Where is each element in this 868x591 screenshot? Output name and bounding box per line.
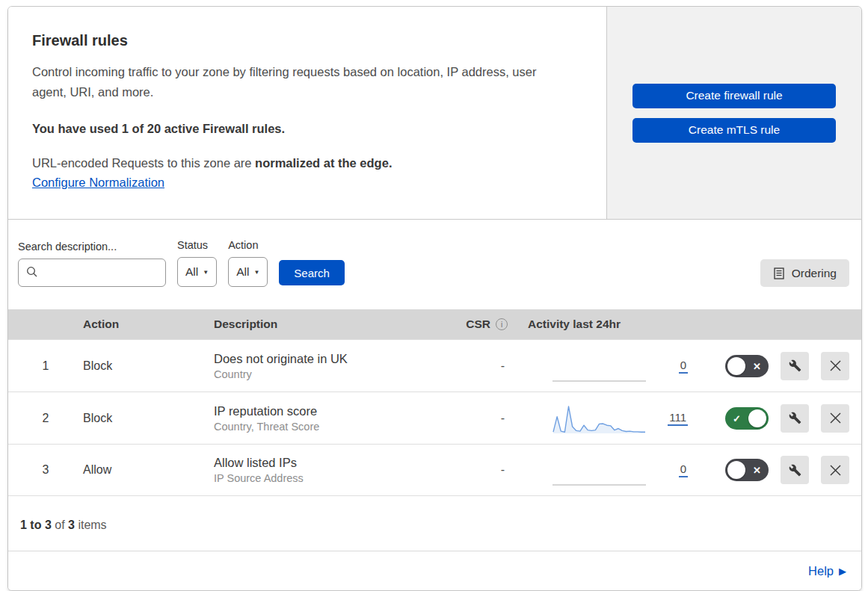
rule-controls: ✓ ✕	[722, 404, 861, 433]
activity-count-link[interactable]: 0	[679, 359, 688, 374]
csr-header-label: CSR	[466, 318, 490, 331]
status-filter: Status All ▼	[177, 239, 217, 287]
rule-description: Allow listed IPs	[214, 456, 449, 470]
page-description: Control incoming traffic to your zone by…	[32, 62, 573, 102]
rule-activity-cell: 111	[517, 402, 722, 435]
delete-rule-button[interactable]	[821, 456, 849, 484]
configure-normalization-link[interactable]: Configure Normalization	[32, 176, 164, 190]
status-dropdown-value: All	[185, 265, 198, 279]
search-icon	[26, 266, 38, 278]
create-mtls-rule-button[interactable]: Create mTLS rule	[632, 118, 836, 143]
rule-action: Block	[83, 412, 214, 425]
table-row: 2 Block IP reputation score Country, Thr…	[8, 392, 861, 444]
rule-fields: Country, Threat Score	[214, 421, 449, 433]
rule-priority: 1	[8, 359, 83, 373]
rules-table-body: 1 Block Does not originate in UK Country…	[8, 339, 861, 496]
rule-controls: ✓ ✕	[722, 456, 861, 484]
items-of: of	[52, 519, 68, 531]
action-label: Action	[228, 239, 268, 251]
activity-count-link[interactable]: 0	[679, 462, 688, 477]
toggle-knob	[727, 357, 745, 375]
toggle-knob	[748, 409, 766, 427]
items-count: 1 to 3 of 3 items	[8, 496, 861, 551]
items-label: items	[75, 519, 107, 531]
action-dropdown-value: All	[236, 265, 249, 279]
chevron-down-icon: ▼	[253, 269, 259, 276]
activity-sparkline	[552, 454, 646, 486]
rule-action: Allow	[83, 463, 214, 477]
rule-priority: 2	[8, 412, 83, 425]
wrench-icon	[789, 412, 801, 424]
rule-fields: Country	[214, 368, 449, 380]
delete-x-icon	[830, 360, 841, 371]
ordering-list-icon	[773, 267, 785, 279]
activity-header: Activity last 24hr	[517, 318, 722, 331]
rule-description: IP reputation score	[214, 404, 449, 418]
search-label: Search description...	[18, 241, 166, 253]
normalization-note: URL-encoded Requests to this zone are no…	[32, 156, 573, 170]
search-box	[18, 259, 166, 287]
help-arrow-icon: ▶	[839, 566, 846, 577]
rule-fields: IP Source Address	[214, 472, 449, 484]
rule-enabled-toggle[interactable]: ✓ ✕	[725, 407, 769, 430]
info-icon[interactable]: i	[496, 318, 508, 330]
delete-rule-button[interactable]	[821, 352, 849, 380]
toggle-check-icon: ✓	[733, 413, 741, 423]
help-bar: Help ▶	[8, 551, 861, 590]
rule-csr-value: -	[449, 412, 517, 425]
rule-activity-cell: 0	[517, 454, 722, 486]
page-header: Firewall rules Control incoming traffic …	[8, 7, 861, 220]
toggle-knob	[727, 461, 745, 479]
rule-priority: 3	[8, 463, 83, 477]
rule-csr-value: -	[449, 463, 517, 477]
action-filter: Action All ▼	[228, 239, 268, 287]
delete-x-icon	[830, 412, 841, 424]
help-link[interactable]: Help ▶	[808, 564, 846, 578]
rule-description-cell: IP reputation score Country, Threat Scor…	[214, 404, 449, 433]
delete-rule-button[interactable]	[821, 404, 849, 433]
rule-activity-cell: 0	[517, 350, 722, 383]
ordering-button[interactable]: Ordering	[760, 259, 849, 287]
create-firewall-rule-button[interactable]: Create firewall rule	[632, 84, 836, 108]
search-button[interactable]: Search	[279, 260, 345, 285]
rule-csr-value: -	[449, 359, 517, 373]
toggle-x-icon: ✕	[753, 465, 761, 475]
intro-section: Firewall rules Control incoming traffic …	[8, 7, 606, 219]
edit-rule-button[interactable]	[781, 404, 809, 433]
delete-x-icon	[830, 465, 841, 476]
search-input[interactable]	[18, 259, 166, 287]
status-dropdown[interactable]: All ▼	[177, 257, 217, 287]
items-total: 3	[68, 519, 75, 531]
activity-sparkline	[552, 402, 646, 435]
edit-rule-button[interactable]	[781, 456, 809, 484]
normalization-text: URL-encoded Requests to this zone are	[32, 156, 255, 170]
help-label: Help	[808, 564, 834, 578]
filter-bar: Search description... Status All ▼ Actio…	[8, 220, 861, 309]
table-row: 3 Allow Allow listed IPs IP Source Addre…	[8, 444, 861, 496]
rule-description: Does not originate in UK	[214, 352, 449, 366]
actions-panel: Create firewall rule Create mTLS rule	[606, 7, 861, 219]
csr-header: CSR i	[449, 318, 517, 331]
rule-description-cell: Does not originate in UK Country	[214, 352, 449, 380]
activity-count-link[interactable]: 111	[668, 411, 688, 426]
search-filter: Search description...	[18, 241, 166, 287]
wrench-icon	[789, 359, 801, 372]
action-dropdown[interactable]: All ▼	[228, 257, 268, 287]
rule-enabled-toggle[interactable]: ✓ ✕	[725, 459, 769, 481]
rule-action: Block	[83, 359, 214, 373]
rule-enabled-toggle[interactable]: ✓ ✕	[725, 355, 769, 377]
page-title: Firewall rules	[32, 32, 573, 49]
rule-description-cell: Allow listed IPs IP Source Address	[214, 456, 449, 484]
normalization-bold: normalized at the edge.	[255, 156, 392, 170]
table-row: 1 Block Does not originate in UK Country…	[8, 339, 861, 392]
rule-controls: ✓ ✕	[722, 352, 861, 380]
wrench-icon	[789, 464, 801, 477]
status-label: Status	[177, 239, 217, 251]
edit-rule-button[interactable]	[781, 352, 809, 380]
items-range: 1 to 3	[20, 519, 52, 531]
activity-sparkline	[552, 350, 646, 383]
usage-summary: You have used 1 of 20 active Firewall ru…	[32, 122, 573, 136]
toggle-x-icon: ✕	[753, 361, 761, 371]
action-header: Action	[83, 318, 214, 331]
table-header: Action Description CSR i Activity last 2…	[8, 309, 861, 339]
